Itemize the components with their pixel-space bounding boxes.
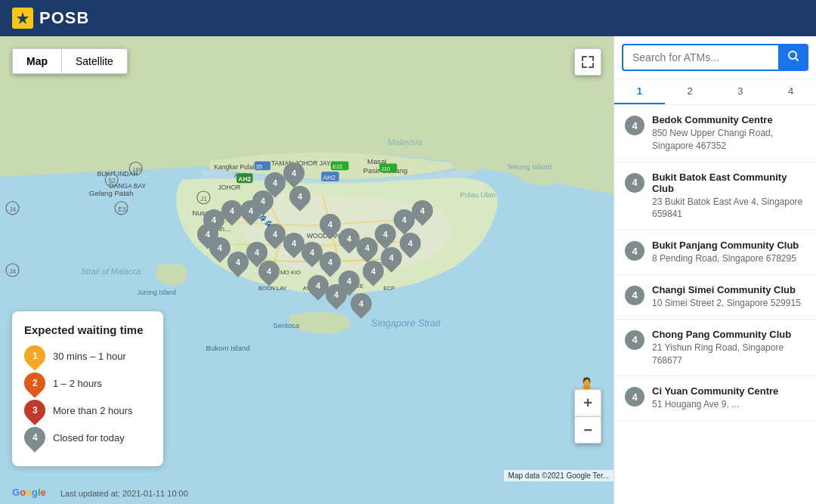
atm-marker[interactable]: 4: [362, 261, 385, 288]
svg-text:Kangkar Pulai: Kangkar Pulai: [214, 163, 254, 171]
legend-badge-4: 4: [20, 422, 50, 453]
marker-pin: 4: [285, 181, 315, 212]
marker-pin: 4: [407, 196, 437, 226]
svg-marker-0: [17, 12, 29, 24]
map-type-control: Map Satellite: [12, 48, 128, 74]
svg-text:JOHOR: JOHOR: [218, 184, 241, 191]
atm-marker[interactable]: 4: [221, 200, 243, 227]
atm-info: Ci Yuan Community Centre 51 Hougang Ave …: [652, 385, 805, 411]
fullscreen-icon: [582, 56, 594, 68]
list-item[interactable]: 4 Chong Pang Community Club 21 Yishun Ri…: [614, 320, 816, 377]
svg-text:E22: E22: [332, 163, 342, 170]
svg-text:AH2: AH2: [323, 174, 335, 181]
svg-text:J4: J4: [9, 206, 16, 213]
atm-marker[interactable]: 4: [325, 284, 348, 311]
atm-address: 10 Simei Street 2, Singapore 529915: [652, 297, 805, 310]
legend-item-1: 1 30 mins – 1 hour: [24, 345, 151, 366]
atm-name: Chong Pang Community Club: [652, 329, 805, 340]
atm-address: 51 Hougang Ave 9, ...: [652, 398, 805, 411]
svg-text:Strait of Malacca: Strait of Malacca: [81, 267, 141, 276]
legend-label-2: 1 – 2 hours: [53, 378, 102, 389]
right-panel: 1 2 3 4 4 Bedok Community Centre 850 New…: [614, 36, 816, 504]
svg-text:Jurong Island: Jurong Island: [138, 289, 176, 296]
atm-name: Bukit Batok East Community Club: [652, 172, 805, 194]
atm-address: 23 Bukit Batok East Ave 4, Singapore 659…: [652, 196, 805, 221]
legend-badge-3: 3: [20, 395, 50, 425]
legend-label-3: More than 2 hours: [53, 405, 133, 416]
marker-pin: 4: [218, 196, 248, 226]
svg-text:J1: J1: [200, 195, 207, 203]
fullscreen-button[interactable]: [574, 48, 601, 76]
atm-badge: 4: [625, 330, 644, 350]
list-item[interactable]: 4 Bukit Batok East Community Club 23 Buk…: [614, 162, 816, 231]
zoom-controls: + −: [574, 389, 601, 444]
atm-badge: 4: [625, 241, 644, 261]
svg-text:35: 35: [256, 163, 262, 170]
search-bar: [614, 36, 816, 79]
atm-badge: 4: [625, 286, 644, 305]
search-icon: [787, 50, 799, 62]
map-background[interactable]: Malaysia Singapore Strait Strait of Mala…: [0, 36, 614, 504]
legend-item-4: 4 Closed for today: [24, 427, 151, 448]
pagination: 1 2 3 4: [614, 79, 816, 105]
marker-pin: 4: [254, 256, 284, 286]
logo: POSB: [12, 8, 89, 29]
list-item[interactable]: 4 Changi Simei Community Club 10 Simei S…: [614, 275, 816, 320]
page-button-1[interactable]: 1: [614, 79, 665, 104]
marker-pin: 4: [322, 280, 352, 310]
map-attribution: Map data ©2021 Google Ter...: [504, 470, 614, 481]
list-item[interactable]: 4 Bedok Community Centre 850 New Upper C…: [614, 105, 816, 162]
legend-title: Expected waiting time: [24, 323, 151, 336]
atm-badge: 4: [625, 116, 644, 135]
list-item[interactable]: 4 Bukit Panjang Community Club 8 Pending…: [614, 230, 816, 275]
svg-text:J4: J4: [9, 267, 16, 275]
legend-item-3: 3 More than 2 hours: [24, 400, 151, 421]
svg-text:J10: J10: [381, 165, 390, 172]
svg-text:52: 52: [108, 177, 116, 184]
atm-info: Bukit Panjang Community Club 8 Pending R…: [652, 240, 805, 265]
zoom-out-button[interactable]: −: [574, 416, 601, 444]
map-type-map-button[interactable]: Map: [13, 49, 62, 73]
page-button-4[interactable]: 4: [765, 79, 816, 104]
page-button-2[interactable]: 2: [665, 79, 716, 104]
svg-text:Bukom Island: Bukom Island: [206, 344, 250, 352]
legend: Expected waiting time 1 30 mins – 1 hour…: [12, 311, 163, 466]
legend-label-1: 30 mins – 1 hour: [53, 351, 126, 362]
list-item[interactable]: 4 Ci Yuan Community Centre 51 Hougang Av…: [614, 376, 816, 421]
search-input[interactable]: [622, 44, 778, 71]
atm-marker[interactable]: 4: [350, 293, 372, 320]
google-logo: Google: [12, 487, 46, 498]
svg-text:Pulau Ubin: Pulau Ubin: [460, 190, 496, 199]
marker-pin: 4: [346, 289, 376, 320]
search-button[interactable]: [778, 44, 808, 71]
svg-text:Tekong Island: Tekong Island: [507, 162, 552, 171]
map-section: Malaysia Singapore Strait Strait of Mala…: [0, 36, 614, 504]
svg-text:Singapore Strait: Singapore Strait: [371, 317, 440, 329]
legend-item-2: 2 1 – 2 hours: [24, 373, 151, 394]
atm-name: Ci Yuan Community Centre: [652, 385, 805, 397]
svg-text:Gelang Patah: Gelang Patah: [89, 189, 134, 197]
atm-info: Bedok Community Centre 850 New Upper Cha…: [652, 114, 805, 153]
last-updated-text: Last updated at: 2021-01-11 10:00: [60, 489, 188, 498]
logo-icon: [12, 8, 33, 29]
header: POSB: [0, 0, 816, 36]
zoom-in-button[interactable]: +: [574, 389, 601, 416]
page-button-3[interactable]: 3: [716, 79, 766, 104]
atm-info: Bukit Batok East Community Club 23 Bukit…: [652, 172, 805, 221]
legend-badge-2: 2: [20, 368, 50, 398]
atm-marker[interactable]: 4: [258, 261, 280, 288]
legend-label-4: Closed for today: [53, 432, 125, 444]
svg-text:AH2: AH2: [238, 175, 251, 183]
marker-pin: 4: [358, 256, 388, 286]
atm-badge: 4: [625, 173, 644, 193]
atm-name: Bukit Panjang Community Club: [652, 240, 805, 251]
svg-text:188: 188: [132, 166, 141, 173]
atm-marker[interactable]: 4: [289, 186, 311, 213]
atm-info: Chong Pang Community Club 21 Yishun Ring…: [652, 329, 805, 367]
atm-name: Bedok Community Centre: [652, 114, 805, 125]
atm-badge: 4: [625, 387, 644, 407]
svg-text:ECP: ECP: [383, 285, 394, 292]
main-content: Malaysia Singapore Strait Strait of Mala…: [0, 36, 816, 504]
map-type-satellite-button[interactable]: Satellite: [62, 49, 127, 73]
atm-marker[interactable]: 4: [411, 200, 434, 227]
